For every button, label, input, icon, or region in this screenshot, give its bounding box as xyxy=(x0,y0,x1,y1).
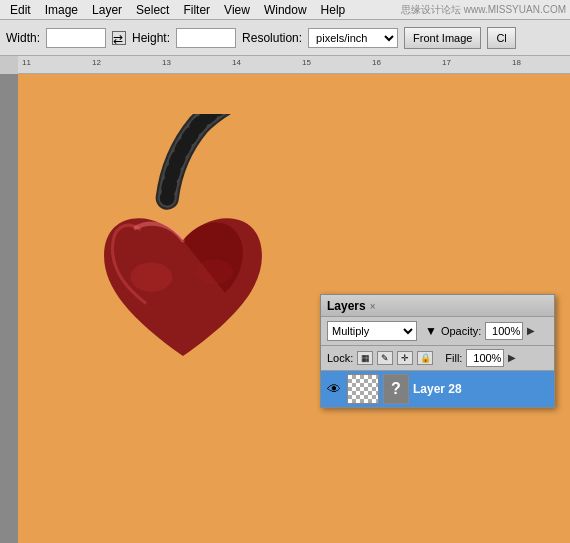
resolution-label: Resolution: xyxy=(242,31,302,45)
width-label: Width: xyxy=(6,31,40,45)
workspace: 11 12 13 14 15 16 17 18 xyxy=(0,56,570,543)
arrow-icon: ▼ xyxy=(425,324,437,338)
layer-name-label: Layer 28 xyxy=(413,382,550,396)
toolbar: Width: ⇄ Height: Resolution: pixels/inch… xyxy=(0,20,570,56)
menu-filter[interactable]: Filter xyxy=(177,2,216,18)
width-input[interactable] xyxy=(46,28,106,48)
layers-title-bar: Layers × xyxy=(321,295,554,317)
fill-label: Fill: xyxy=(445,352,462,364)
menubar: Edit Image Layer Select Filter View Wind… xyxy=(0,0,570,20)
lock-row: Lock: ▦ ✎ ✛ 🔒 Fill: ▶ xyxy=(321,346,554,371)
menu-edit[interactable]: Edit xyxy=(4,2,37,18)
menu-image[interactable]: Image xyxy=(39,2,84,18)
blend-mode-select[interactable]: Multiply Normal Screen Overlay xyxy=(327,321,417,341)
layer-mask-thumbnail: ? xyxy=(383,374,409,404)
fill-input[interactable] xyxy=(466,349,504,367)
lock-label: Lock: xyxy=(327,352,353,364)
menu-help[interactable]: Help xyxy=(315,2,352,18)
opacity-arrow[interactable]: ▶ xyxy=(527,325,539,337)
height-input[interactable] xyxy=(176,28,236,48)
height-label: Height: xyxy=(132,31,170,45)
menu-layer[interactable]: Layer xyxy=(86,2,128,18)
front-image-button[interactable]: Front Image xyxy=(404,27,481,49)
layers-close-button[interactable]: × xyxy=(370,301,380,311)
clear-button[interactable]: Cl xyxy=(487,27,515,49)
heart-artwork xyxy=(58,114,308,514)
lock-move-icon[interactable]: ✛ xyxy=(397,351,413,365)
menu-window[interactable]: Window xyxy=(258,2,313,18)
lock-pixels-icon[interactable]: ▦ xyxy=(357,351,373,365)
layer-row[interactable]: 👁 ? Layer 28 xyxy=(321,371,554,407)
swap-icon[interactable]: ⇄ xyxy=(112,31,126,45)
blend-mode-row: Multiply Normal Screen Overlay ▼ Opacity… xyxy=(321,317,554,346)
menu-select[interactable]: Select xyxy=(130,2,175,18)
lock-position-icon[interactable]: ✎ xyxy=(377,351,393,365)
tube-graphic xyxy=(167,114,235,198)
layers-panel-title: Layers xyxy=(327,299,366,313)
menu-view[interactable]: View xyxy=(218,2,256,18)
svg-point-1 xyxy=(196,259,234,284)
fill-arrow[interactable]: ▶ xyxy=(508,352,520,364)
resolution-unit-select[interactable]: pixels/inch pixels/cm xyxy=(308,28,398,48)
opacity-input[interactable] xyxy=(485,322,523,340)
layers-panel: Layers × Multiply Normal Screen Overlay … xyxy=(320,294,555,408)
canvas-area: Layers × Multiply Normal Screen Overlay … xyxy=(0,74,570,543)
lock-all-icon[interactable]: 🔒 xyxy=(417,351,433,365)
layer-thumbnail xyxy=(347,374,379,404)
layer-visibility-toggle[interactable]: 👁 xyxy=(325,380,343,398)
watermark: 思缘设计论坛 www.MISSYUAN.COM xyxy=(401,3,566,17)
opacity-label: Opacity: xyxy=(441,325,481,337)
svg-point-0 xyxy=(130,262,172,291)
horizontal-ruler: 11 12 13 14 15 16 17 18 xyxy=(18,56,570,74)
